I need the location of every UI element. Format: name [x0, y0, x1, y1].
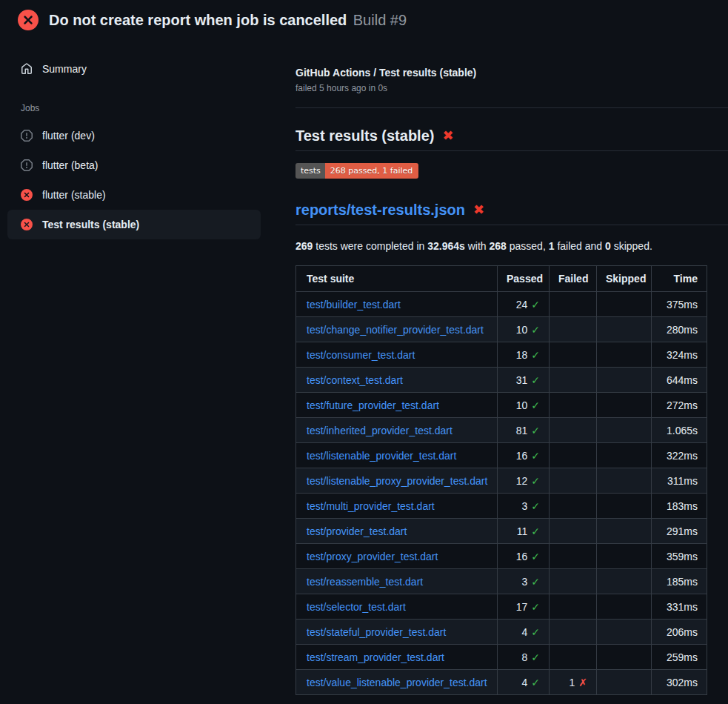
report-file-link[interactable]: reports/test-results.json — [295, 200, 465, 219]
table-row: test/selector_test.dart17✓331ms — [296, 594, 707, 620]
count-value: 3 — [521, 500, 527, 512]
summary-number: 1 — [549, 240, 555, 252]
summary-text: tests were completed in — [313, 240, 427, 252]
badge-value: 268 passed, 1 failed — [325, 163, 418, 179]
table-row: test/future_provider_test.dart10✓272ms — [296, 393, 707, 418]
check-icon: ✓ — [531, 601, 540, 613]
sidebar-item-label: Summary — [42, 63, 87, 75]
test-suite-link[interactable]: test/listenable_provider_test.dart — [307, 450, 456, 462]
test-suite-link[interactable]: test/listenable_proxy_provider_test.dart — [307, 475, 487, 487]
table-row: test/inherited_provider_test.dart81✓1.06… — [296, 418, 707, 443]
test-suite-link[interactable]: test/change_notifier_provider_test.dart — [307, 324, 484, 336]
passed-cell: 16✓ — [498, 443, 550, 468]
time-cell: 185ms — [652, 569, 707, 594]
failed-cell — [550, 620, 597, 645]
sidebar-item-flutter-beta[interactable]: flutter (beta) — [7, 150, 261, 180]
summary-number: 0 — [605, 240, 611, 252]
section-heading-text: Test results (stable) — [295, 126, 434, 145]
stop-icon — [21, 130, 33, 142]
check-icon: ✓ — [531, 324, 540, 336]
skipped-cell — [597, 342, 652, 368]
failed-x-icon: ✖ — [442, 129, 453, 142]
test-suite-cell: test/change_notifier_provider_test.dart — [296, 317, 498, 342]
summary-text: passed, — [507, 240, 549, 252]
sidebar-item-flutter-dev[interactable]: flutter (dev) — [7, 121, 261, 150]
test-suite-link[interactable]: test/value_listenable_provider_test.dart — [307, 677, 487, 688]
x-circle-fill-icon — [21, 189, 33, 201]
page-title: Do not create report when job is cancell… — [49, 12, 347, 28]
check-icon: ✓ — [531, 425, 540, 436]
table-row: test/multi_provider_test.dart3✓183ms — [296, 494, 707, 519]
test-suite-cell: test/listenable_proxy_provider_test.dart — [296, 468, 498, 494]
sidebar-item-label: Test results (stable) — [42, 219, 139, 230]
time-cell: 206ms — [652, 620, 707, 645]
count-value: 4 — [521, 626, 527, 638]
count-value: 24 — [516, 299, 528, 311]
test-suite-link[interactable]: test/future_provider_test.dart — [307, 399, 439, 411]
check-icon: ✓ — [531, 374, 540, 386]
test-suite-link[interactable]: test/selector_test.dart — [307, 601, 406, 613]
section-heading: Test results (stable) ✖ — [295, 126, 728, 151]
time-cell: 302ms — [652, 670, 707, 695]
failed-cell — [550, 317, 597, 342]
sidebar-item-summary[interactable]: Summary — [7, 54, 261, 84]
skipped-cell — [597, 620, 652, 645]
skipped-cell — [597, 443, 652, 468]
test-suite-link[interactable]: test/provider_test.dart — [307, 525, 407, 537]
failed-cell — [550, 544, 597, 569]
passed-cell: 81✓ — [498, 418, 550, 443]
skipped-cell — [597, 544, 652, 569]
x-circle-fill-icon — [21, 219, 33, 230]
tests-badge: tests 268 passed, 1 failed — [295, 163, 418, 179]
summary-text: with — [465, 240, 490, 252]
home-icon — [21, 63, 33, 75]
summary-number: 32.964s — [427, 240, 465, 252]
test-suite-link[interactable]: test/stream_provider_test.dart — [307, 651, 444, 663]
table-row: test/stateful_provider_test.dart4✓206ms — [296, 620, 707, 645]
passed-cell: 16✓ — [498, 544, 550, 569]
test-suite-cell: test/stream_provider_test.dart — [296, 645, 498, 670]
test-suite-link[interactable]: test/consumer_test.dart — [307, 349, 415, 361]
time-cell: 291ms — [652, 519, 707, 544]
test-suite-cell: test/reassemble_test.dart — [296, 569, 498, 594]
build-number: Build #9 — [353, 12, 407, 28]
stop-icon — [21, 159, 33, 171]
check-icon: ✓ — [531, 551, 540, 562]
check-icon: ✓ — [531, 626, 540, 638]
count-value: 12 — [516, 475, 528, 487]
test-suite-link[interactable]: test/reassemble_test.dart — [307, 576, 423, 588]
failed-x-icon: ✖ — [473, 203, 484, 216]
test-suite-link[interactable]: test/proxy_provider_test.dart — [307, 551, 438, 562]
skipped-cell — [597, 468, 652, 494]
failed-cell — [550, 519, 597, 544]
sidebar: Summary Jobs flutter (dev)flutter (beta)… — [0, 39, 295, 239]
failed-cell — [550, 594, 597, 620]
test-suite-cell: test/proxy_provider_test.dart — [296, 544, 498, 569]
test-suite-link[interactable]: test/multi_provider_test.dart — [307, 500, 435, 512]
column-header-time: Time — [652, 266, 707, 292]
test-suite-cell: test/listenable_provider_test.dart — [296, 443, 498, 468]
test-suite-link[interactable]: test/inherited_provider_test.dart — [307, 425, 453, 436]
test-suite-link[interactable]: test/builder_test.dart — [307, 299, 401, 311]
count-value: 11 — [517, 525, 528, 537]
passed-cell: 3✓ — [498, 494, 550, 519]
column-header-passed: Passed — [498, 266, 550, 292]
main-content: GitHub Actions / Test results (stable) f… — [295, 39, 728, 695]
test-suite-link[interactable]: test/context_test.dart — [307, 374, 403, 386]
count-value: 16 — [516, 450, 528, 462]
skipped-cell — [597, 418, 652, 443]
skipped-cell — [597, 569, 652, 594]
failed-cell: 1✗ — [550, 670, 597, 695]
badge-label: tests — [295, 163, 325, 179]
table-row: test/stream_provider_test.dart8✓259ms — [296, 645, 707, 670]
sidebar-item-test-results-stable[interactable]: Test results (stable) — [7, 210, 261, 239]
check-icon: ✓ — [531, 525, 540, 537]
passed-cell: 10✓ — [498, 317, 550, 342]
failed-cell — [550, 494, 597, 519]
skipped-cell — [597, 594, 652, 620]
sidebar-item-flutter-stable[interactable]: flutter (stable) — [7, 180, 261, 210]
test-suite-link[interactable]: test/stateful_provider_test.dart — [307, 626, 446, 638]
jobs-list: flutter (dev)flutter (beta)flutter (stab… — [7, 121, 295, 239]
time-cell: 331ms — [652, 594, 707, 620]
table-row: test/listenable_provider_test.dart16✓322… — [296, 443, 707, 468]
